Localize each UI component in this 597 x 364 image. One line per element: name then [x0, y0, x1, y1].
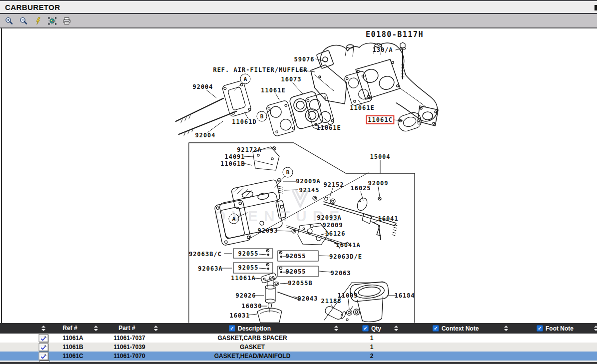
cell-qty: 1 — [370, 334, 374, 343]
sort-toggle[interactable] — [394, 323, 398, 334]
table-row[interactable]: 11061A 11061-7037 GASKET,CARB SPACER 1 — [0, 334, 597, 343]
part-label[interactable]: 92063D/E — [329, 253, 362, 260]
callout-a: A — [240, 74, 251, 84]
zoom-in-icon[interactable] — [4, 16, 14, 25]
part-label[interactable]: 92055 — [285, 253, 306, 260]
pan-image-icon[interactable] — [47, 16, 57, 25]
page-title: CARBURETOR — [5, 3, 60, 11]
col-header-part[interactable]: Part # — [118, 323, 135, 334]
sort-toggle[interactable] — [594, 323, 597, 334]
part-label[interactable]: 16184 — [394, 292, 415, 299]
exploded-diagram-panel: E0180-B117H59076130/AREF. AIR-FILTER/MUF… — [0, 28, 597, 323]
sort-toggle[interactable] — [504, 323, 508, 334]
part-label[interactable]: 11009 — [337, 292, 358, 299]
part-label[interactable]: 130/A — [372, 46, 393, 53]
part-label[interactable]: REF. AIR-FILTER/MUFFLER — [213, 66, 307, 73]
zoom-out-icon[interactable] — [18, 16, 28, 25]
edit-note-icon[interactable] — [39, 334, 48, 342]
col-header-qty[interactable]: Qty — [362, 323, 381, 334]
part-label[interactable]: 16041 — [378, 215, 398, 222]
parts-catalog-window: CARBURETOR — [0, 0, 597, 364]
titlebar-edge-glyph — [595, 5, 597, 10]
sort-toggle[interactable] — [154, 323, 158, 334]
part-label[interactable]: 16073 — [281, 76, 301, 83]
part-label[interactable]: 92043 — [297, 295, 318, 302]
part-label[interactable]: 11061E — [261, 87, 285, 94]
col-header-context-note-label: Context Note — [442, 325, 479, 332]
cell-description: GASKET — [240, 343, 265, 352]
cell-part: 11061-7037 — [113, 334, 145, 343]
sort-toggle[interactable] — [334, 323, 338, 334]
table-row[interactable]: 11061B 11061-7039 GASKET 1 — [0, 343, 597, 352]
part-label-highlighted[interactable]: 11061C — [366, 115, 394, 124]
part-label[interactable]: 92055 — [285, 268, 306, 275]
col-header-ref[interactable]: Ref # — [62, 323, 77, 334]
diagram-labels-layer: E0180-B117H59076130/AREF. AIR-FILTER/MUF… — [0, 28, 597, 323]
cell-qty: 1 — [370, 343, 374, 352]
cell-description: GASKET,CARB SPACER — [217, 334, 287, 343]
part-label[interactable]: 92172A — [237, 146, 261, 153]
callout-b: B — [257, 111, 267, 122]
col-header-description-label: Description — [238, 325, 271, 332]
part-label[interactable]: 92004 — [192, 83, 213, 90]
cell-ref: 11061C — [62, 352, 83, 361]
part-label[interactable]: 14091 — [224, 153, 245, 160]
part-label[interactable]: 92063 — [330, 270, 351, 277]
part-label[interactable]: 11061E — [316, 124, 341, 131]
part-label[interactable]: 92055 — [238, 250, 258, 257]
col-header-description[interactable]: Description — [229, 323, 271, 334]
print-icon[interactable] — [62, 16, 72, 25]
part-label[interactable]: 92055 — [238, 264, 258, 271]
callout-b: B — [283, 167, 293, 178]
cell-qty: 2 — [370, 352, 374, 361]
flash-icon[interactable] — [33, 16, 43, 25]
part-label[interactable]: E0180-B117H — [366, 30, 424, 39]
parts-table-header: Ref # Part # Description Qty Context Not… — [0, 323, 597, 334]
part-label[interactable]: 11061E — [350, 104, 374, 111]
watermark-text: OVENTURE — [214, 208, 346, 225]
sort-toggle[interactable] — [94, 323, 98, 334]
part-label[interactable]: 92004 — [195, 132, 215, 139]
col-header-qty-label: Qty — [371, 325, 381, 332]
bottom-bar — [0, 362, 597, 364]
part-label[interactable]: 16030 — [241, 303, 262, 310]
column-checkbox[interactable] — [229, 325, 235, 332]
part-label[interactable]: 92093 — [257, 227, 278, 234]
cell-part: 11061-7039 — [113, 343, 145, 352]
column-checkbox[interactable] — [537, 325, 543, 332]
part-label[interactable]: 16126 — [325, 230, 345, 237]
part-label[interactable]: 16041A — [336, 242, 360, 249]
part-label[interactable]: 92026 — [235, 292, 256, 299]
part-label[interactable]: 15004 — [370, 153, 390, 160]
edit-note-icon[interactable] — [39, 343, 48, 351]
cell-description: GASKET,HEAD/MANIFOLD — [214, 352, 291, 361]
column-checkbox[interactable] — [433, 325, 439, 332]
cell-ref: 11061A — [62, 334, 83, 343]
title-bar: CARBURETOR — [0, 0, 597, 14]
part-label[interactable]: 11061B — [220, 160, 245, 167]
part-label[interactable]: 92152 — [323, 181, 344, 188]
edit-note-icon[interactable] — [39, 352, 48, 360]
part-label[interactable]: 92145 — [299, 187, 319, 194]
part-label[interactable]: 11061A — [231, 275, 255, 282]
table-row-selected[interactable]: 11061C 11061-7070 GASKET,HEAD/MANIFOLD 2 — [0, 352, 597, 361]
part-label[interactable]: 16031 — [229, 312, 250, 319]
part-label[interactable]: 92009A — [296, 178, 320, 185]
cell-part: 11061-7070 — [113, 352, 145, 361]
part-label[interactable]: 11061D — [232, 118, 256, 125]
part-label[interactable]: 59076 — [294, 56, 314, 63]
part-label[interactable]: 92063B/C — [189, 251, 222, 258]
col-header-foot-note-label: Foot Note — [546, 325, 574, 332]
part-label[interactable]: 92063A — [198, 265, 222, 272]
sort-toggle[interactable] — [41, 323, 45, 334]
col-header-foot-note[interactable]: Foot Note — [537, 323, 574, 334]
part-label[interactable]: 92055B — [288, 280, 312, 287]
part-label[interactable]: 92009 — [368, 180, 388, 187]
diagram-toolbar — [0, 14, 597, 28]
cell-ref: 11061B — [62, 343, 83, 352]
col-header-context-note[interactable]: Context Note — [433, 323, 479, 334]
column-checkbox[interactable] — [362, 325, 369, 332]
